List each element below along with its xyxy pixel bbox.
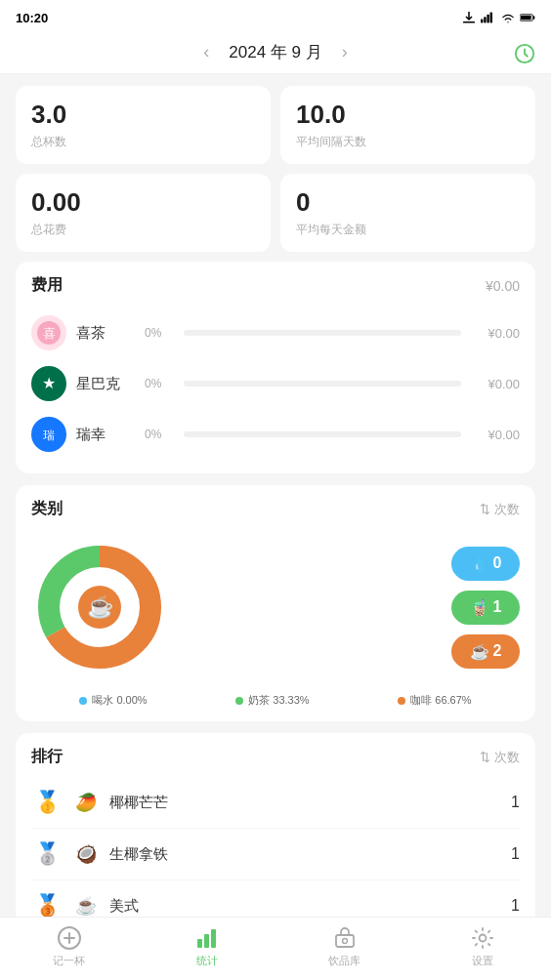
sort-control[interactable]: ⇅ 次数 xyxy=(480,501,520,518)
badge-water-value: 0 xyxy=(493,554,502,572)
stat-card-cups: 3.0 总杯数 xyxy=(16,86,271,164)
category-body: ☕ 💧 0 🧋 1 ☕ 2 xyxy=(31,529,520,685)
svg-point-27 xyxy=(479,935,486,942)
header-title: 2024 年 9 月 xyxy=(229,41,321,63)
brand-logo-luckin: 瑞 xyxy=(31,417,66,452)
sort-label: 次数 xyxy=(494,501,520,518)
ranking-section: 排行 ⇅ 次数 🥇 🥭 椰椰芒芒 1 🥈 🥥 生椰拿铁 1 🥉 xyxy=(16,733,535,945)
stat-label-interval: 平均间隔天数 xyxy=(296,134,520,150)
donut-chart: ☕ xyxy=(31,539,168,675)
brand-row-luckin: 瑞 瑞幸 0% ¥0.00 xyxy=(31,409,520,460)
brand-bar-starbucks xyxy=(184,381,461,387)
svg-text:★: ★ xyxy=(42,375,56,391)
record-icon xyxy=(57,925,82,951)
svg-point-26 xyxy=(342,939,347,944)
stat-value-interval: 10.0 xyxy=(296,100,520,130)
rank-row-2: 🥈 🥥 生椰拿铁 1 xyxy=(31,829,520,880)
nav-item-drinks[interactable]: 饮品库 xyxy=(316,925,374,968)
download-icon xyxy=(461,12,477,23)
svg-rect-2 xyxy=(484,17,486,22)
rank-medal-2: 🥈 xyxy=(31,838,63,870)
legend-dot-coffee xyxy=(398,697,405,705)
wifi-icon xyxy=(500,12,516,23)
svg-rect-6 xyxy=(533,16,535,19)
nav-icon-drinks xyxy=(332,925,358,951)
ranking-header: 排行 ⇅ 次数 xyxy=(31,747,520,767)
ranking-title: 排行 xyxy=(31,747,63,767)
battery-icon xyxy=(520,12,535,23)
main-content: 3.0 总杯数 10.0 平均间隔天数 0.00 总花费 0 平均每天金额 费用… xyxy=(0,74,551,968)
header: ‹ 2024 年 9 月 › xyxy=(0,31,551,74)
nav-label-stats: 统计 xyxy=(196,954,218,968)
heytea-icon: 喜 xyxy=(35,319,63,347)
legend-dot-water xyxy=(79,697,87,705)
category-header: 类别 ⇅ 次数 xyxy=(31,499,520,519)
brand-row-heytea: 喜 喜茶 0% ¥0.00 xyxy=(31,307,520,358)
svg-rect-25 xyxy=(336,935,354,947)
rank-drink-icon-1: 🥭 xyxy=(72,792,100,813)
category-section: 类别 ⇅ 次数 xyxy=(16,485,535,721)
svg-rect-3 xyxy=(487,15,488,23)
rank-row-1: 🥇 🥭 椰椰芒芒 1 xyxy=(31,777,520,829)
stat-label-spend: 总花费 xyxy=(31,222,255,238)
rank-drink-name-2: 生椰拿铁 xyxy=(109,845,501,864)
brand-logo-heytea: 喜 xyxy=(31,315,66,350)
status-bar: 10:20 xyxy=(0,0,551,31)
prev-month-button[interactable]: ‹ xyxy=(199,42,213,62)
svg-text:瑞: 瑞 xyxy=(43,429,55,442)
badge-water: 💧 0 xyxy=(451,547,520,581)
badge-coffee-value: 2 xyxy=(493,642,502,660)
brand-name-luckin: 瑞幸 xyxy=(76,426,135,444)
brand-name-heytea: 喜茶 xyxy=(76,324,135,343)
stats-icon xyxy=(194,925,220,951)
rank-count-3: 1 xyxy=(511,897,520,915)
stats-grid: 3.0 总杯数 10.0 平均间隔天数 0.00 总花费 0 平均每天金额 xyxy=(16,86,535,252)
svg-rect-4 xyxy=(490,12,492,22)
badge-milktea-icon: 🧋 xyxy=(470,598,489,617)
ranking-sort-control[interactable]: ⇅ 次数 xyxy=(480,749,520,766)
svg-text:喜: 喜 xyxy=(43,326,56,341)
clock-icon xyxy=(514,43,535,64)
badge-coffee-icon: ☕ xyxy=(470,642,489,661)
ranking-sort-icon: ⇅ xyxy=(480,750,490,764)
rank-medal-1: 🥇 xyxy=(31,787,63,818)
brand-amount-luckin: ¥0.00 xyxy=(471,428,520,442)
nav-icon-settings xyxy=(470,925,495,951)
bottom-nav: 记一杯 统计 饮品库 设置 xyxy=(0,917,551,980)
nav-label-record: 记一杯 xyxy=(53,954,85,968)
svg-rect-22 xyxy=(197,939,202,948)
starbucks-icon: ★ xyxy=(35,370,63,397)
donut-svg: ☕ xyxy=(31,539,168,675)
badge-milktea-value: 1 xyxy=(493,598,502,616)
svg-rect-24 xyxy=(211,929,216,948)
legend-milktea: 奶茶 33.33% xyxy=(235,693,309,708)
brand-bar-luckin xyxy=(184,431,461,437)
next-month-button[interactable]: › xyxy=(338,42,352,62)
luckin-icon: 瑞 xyxy=(35,421,63,448)
nav-item-stats[interactable]: 统计 xyxy=(178,925,236,968)
brand-pct-heytea: 0% xyxy=(145,326,174,340)
nav-label-settings: 设置 xyxy=(472,954,493,968)
stat-card-interval: 10.0 平均间隔天数 xyxy=(280,86,535,164)
sort-icon: ⇅ xyxy=(480,502,490,516)
brand-name-starbucks: 星巴克 xyxy=(76,375,135,393)
nav-item-settings[interactable]: 设置 xyxy=(453,925,512,968)
drinks-icon xyxy=(332,925,358,951)
stat-label-cups: 总杯数 xyxy=(31,134,255,150)
rank-drink-icon-2: 🥥 xyxy=(72,843,100,865)
cost-section: 费用 ¥0.00 喜 喜茶 0% ¥0.00 xyxy=(16,262,535,473)
stat-value-cups: 3.0 xyxy=(31,100,255,130)
legend-label-water: 喝水 0.00% xyxy=(92,693,147,708)
signal-icon xyxy=(481,12,496,23)
rank-drink-icon-3: ☕ xyxy=(72,895,100,917)
nav-icon-stats xyxy=(194,925,220,951)
nav-item-record[interactable]: 记一杯 xyxy=(40,925,99,968)
svg-rect-0 xyxy=(463,21,475,23)
legend-coffee: 咖啡 66.67% xyxy=(398,693,471,708)
brand-amount-heytea: ¥0.00 xyxy=(471,326,520,341)
rank-count-1: 1 xyxy=(511,794,520,811)
legend-label-milktea: 奶茶 33.33% xyxy=(248,693,309,708)
status-time: 10:20 xyxy=(16,11,48,25)
clock-button[interactable] xyxy=(514,43,535,68)
badge-milktea: 🧋 1 xyxy=(451,591,520,625)
